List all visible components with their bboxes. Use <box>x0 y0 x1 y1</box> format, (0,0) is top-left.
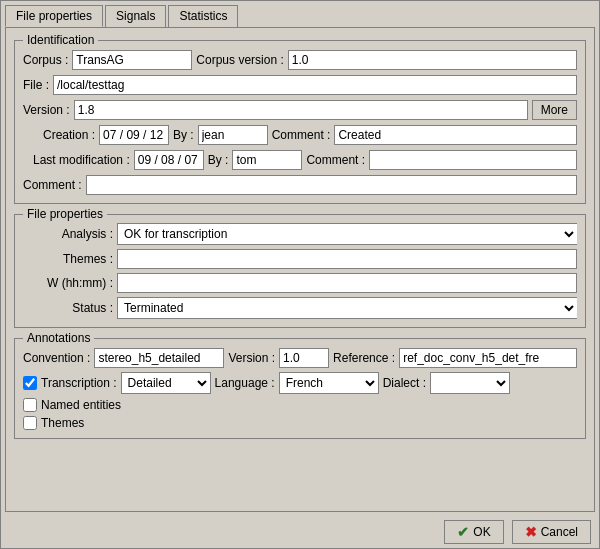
creation-label: Creation : <box>43 128 95 142</box>
comment-input[interactable] <box>86 175 577 195</box>
w-input[interactable] <box>117 273 577 293</box>
corpus-version-label: Corpus version : <box>196 53 283 67</box>
w-row: W (hh:mm) : <box>23 273 577 293</box>
last-mod-date-input[interactable] <box>134 150 204 170</box>
more-button[interactable]: More <box>532 100 577 120</box>
named-entities-label: Named entities <box>41 398 121 412</box>
transcription-checkbox[interactable] <box>23 376 37 390</box>
annotations-section: Annotations Convention : Version : Refer… <box>14 338 586 439</box>
file-row: File : <box>23 75 577 95</box>
ok-button[interactable]: ✔ OK <box>444 520 503 544</box>
last-mod-by-input[interactable] <box>232 150 302 170</box>
transcription-select[interactable]: Detailed <box>121 372 211 394</box>
file-input[interactable] <box>53 75 577 95</box>
ann-themes-label: Themes <box>41 416 84 430</box>
status-select[interactable]: Terminated <box>117 297 577 319</box>
last-mod-row: Last modification : By : Comment : <box>23 150 577 170</box>
convention-row: Convention : Version : Reference : <box>23 348 577 368</box>
transcription-label: Transcription : <box>41 376 117 390</box>
last-mod-comment-label: Comment : <box>306 153 365 167</box>
analysis-label: Analysis : <box>23 227 113 241</box>
creation-comment-input[interactable] <box>334 125 577 145</box>
corpus-row: Corpus : Corpus version : <box>23 50 577 70</box>
last-mod-by-label: By : <box>208 153 229 167</box>
themes-input[interactable] <box>117 249 577 269</box>
file-properties-section: File properties Analysis : OK for transc… <box>14 214 586 328</box>
last-mod-comment-input[interactable] <box>369 150 577 170</box>
status-select-container: Terminated <box>117 297 577 319</box>
cancel-label: Cancel <box>541 525 578 539</box>
ann-version-label: Version : <box>228 351 275 365</box>
w-label: W (hh:mm) : <box>23 276 113 290</box>
analysis-select-container: OK for transcription <box>117 223 577 245</box>
creation-date-input[interactable] <box>99 125 169 145</box>
cancel-button[interactable]: ✖ Cancel <box>512 520 591 544</box>
comment-label: Comment : <box>23 178 82 192</box>
version-row: Version : More <box>23 100 577 120</box>
annotations-title: Annotations <box>23 331 94 345</box>
comment-row: Comment : <box>23 175 577 195</box>
creation-by-label: By : <box>173 128 194 142</box>
dialect-label: Dialect : <box>383 376 426 390</box>
ok-icon: ✔ <box>457 524 469 540</box>
analysis-select[interactable]: OK for transcription <box>117 223 577 245</box>
status-label: Status : <box>23 301 113 315</box>
file-properties-title: File properties <box>23 207 107 221</box>
identification-section: Identification Corpus : Corpus version :… <box>14 40 586 204</box>
identification-title: Identification <box>23 33 98 47</box>
reference-input[interactable] <box>399 348 577 368</box>
version-label: Version : <box>23 103 70 117</box>
dialect-select[interactable] <box>430 372 510 394</box>
language-label: Language : <box>215 376 275 390</box>
tab-statistics[interactable]: Statistics <box>168 5 238 27</box>
main-window: File properties Signals Statistics Ident… <box>0 0 600 549</box>
corpus-version-input[interactable] <box>288 50 577 70</box>
version-input[interactable] <box>74 100 528 120</box>
reference-label: Reference : <box>333 351 395 365</box>
named-entities-checkbox[interactable] <box>23 398 37 412</box>
content-area: Identification Corpus : Corpus version :… <box>5 27 595 512</box>
last-mod-label: Last modification : <box>33 153 130 167</box>
ann-themes-row: Themes <box>23 416 577 430</box>
file-label: File : <box>23 78 49 92</box>
language-select[interactable]: French <box>279 372 379 394</box>
tab-file-properties[interactable]: File properties <box>5 5 103 27</box>
named-entities-row: Named entities <box>23 398 577 412</box>
ok-label: OK <box>473 525 490 539</box>
themes-row: Themes : <box>23 249 577 269</box>
convention-input[interactable] <box>94 348 224 368</box>
convention-label: Convention : <box>23 351 90 365</box>
ann-version-input[interactable] <box>279 348 329 368</box>
transcription-row: Transcription : Detailed Language : Fren… <box>23 372 577 394</box>
creation-comment-label: Comment : <box>272 128 331 142</box>
cancel-icon: ✖ <box>525 524 537 540</box>
ann-themes-checkbox[interactable] <box>23 416 37 430</box>
creation-by-input[interactable] <box>198 125 268 145</box>
creation-row: Creation : By : Comment : <box>23 125 577 145</box>
status-row: Status : Terminated <box>23 297 577 319</box>
bottom-bar: ✔ OK ✖ Cancel <box>1 516 599 548</box>
tab-signals[interactable]: Signals <box>105 5 166 27</box>
corpus-input[interactable] <box>72 50 192 70</box>
corpus-label: Corpus : <box>23 53 68 67</box>
themes-label: Themes : <box>23 252 113 266</box>
tab-bar: File properties Signals Statistics <box>1 1 599 27</box>
analysis-row: Analysis : OK for transcription <box>23 223 577 245</box>
